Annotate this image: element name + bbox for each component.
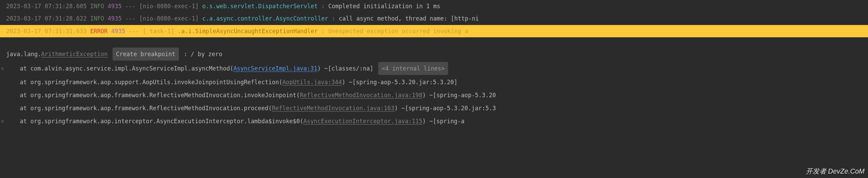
log-timestamp: 2023-03-17 07:31:31.633 (6, 28, 87, 35)
watermark: 开发者 DevZe.CoM (806, 167, 865, 176)
log-message: call async method, thread name: [http-ni (339, 15, 478, 22)
stack-at: at (20, 65, 27, 72)
source-file-link[interactable]: AsyncExecutionInterceptor.java:115 (303, 118, 422, 125)
log-dashes: --- (125, 3, 136, 10)
source-file-link[interactable]: AsyncServiceImpl.java:31 (233, 65, 317, 72)
log-timestamp: 2023-03-17 07:31:28.605 (6, 3, 87, 10)
internal-lines-badge[interactable]: <4 internal lines> (378, 62, 448, 75)
stack-suffix: ~[spring-aop-5.3.20.jar:5.3.20] (345, 79, 458, 86)
stacktrace-area: java.lang.ArithmeticException Create bre… (0, 47, 868, 128)
stack-at: at (20, 118, 27, 125)
source-file-link[interactable]: ReflectiveMethodInvocation.java:163 (272, 105, 394, 112)
stack-suffix: ~[spring-aop-5.3.20.jar:5.3 (398, 105, 496, 112)
expand-icon[interactable]: ⊞ (0, 116, 5, 126)
log-colon: : (321, 28, 325, 35)
stack-method: org.springframework.aop.framework.Reflec… (30, 92, 297, 99)
log-pid: 4935 (111, 28, 125, 35)
log-logger: c.a.async.controller.AsyncController (202, 15, 332, 22)
console-output: 2023-03-17 07:31:28.605 INFO 4935 --- [n… (0, 0, 868, 128)
log-colon: : (332, 15, 335, 22)
stack-method: org.springframework.aop.support.AopUtils… (30, 79, 279, 86)
create-breakpoint-button[interactable]: Create breakpoint (113, 48, 179, 61)
stack-method: org.springframework.aop.framework.Reflec… (30, 105, 268, 112)
log-line: 2023-03-17 07:31:28.605 INFO 4935 --- [n… (0, 0, 868, 12)
log-thread: [nio-8080-exec-1] (139, 3, 199, 10)
log-message: Completed initialization in 1 ms (328, 3, 440, 10)
stack-at: at (20, 79, 27, 86)
exception-class-link[interactable]: ArithmeticException (41, 51, 107, 58)
stack-at: at (20, 92, 27, 99)
stack-frame: ⊞ at com.alvin.async.service.impl.AsyncS… (0, 61, 868, 76)
log-dashes: --- (125, 15, 136, 22)
log-level-info: INFO (90, 15, 104, 22)
stack-frame: ⊞ at org.springframework.aop.interceptor… (0, 115, 868, 128)
log-level-info: INFO (90, 3, 104, 10)
expand-icon[interactable]: ⊞ (0, 64, 5, 73)
log-timestamp: 2023-03-17 07:31:28.622 (6, 15, 87, 22)
stack-frame: at org.springframework.aop.support.AopUt… (0, 76, 868, 89)
log-logger: .a.i.SimpleAsyncUncaughtExceptionHandler (178, 28, 318, 35)
stack-at: at (20, 105, 27, 112)
source-file-link[interactable]: AopUtils.java:344 (282, 79, 342, 86)
stack-suffix: ~[spring-aop-5.3.20 (426, 92, 496, 99)
log-thread: [nio-8080-exec-1] (139, 15, 199, 22)
exception-message: : / by zero (180, 51, 222, 58)
stack-method: org.springframework.aop.interceptor.Asyn… (30, 118, 300, 125)
log-pid: 4935 (108, 3, 122, 10)
log-line-highlighted[interactable]: 2023-03-17 07:31:31.633 ERROR 4935 --- [… (0, 25, 868, 37)
log-message: Unexpected exception occurred invoking a (328, 28, 468, 35)
source-file-link[interactable]: ReflectiveMethodInvocation.java:198 (300, 92, 422, 99)
stack-suffix: ~[spring-a (426, 118, 464, 125)
log-colon: : (321, 3, 325, 10)
log-dashes: --- (129, 28, 139, 35)
exception-prefix: java.lang. (6, 51, 41, 58)
log-line: 2023-03-17 07:31:28.622 INFO 4935 --- [n… (0, 12, 868, 25)
stack-suffix: ~[classes/:na] (321, 65, 373, 72)
stack-method: com.alvin.async.service.impl.AsyncServic… (30, 65, 230, 72)
log-pid: 4935 (108, 15, 122, 22)
log-level-error: ERROR (90, 28, 108, 35)
stack-frame: at org.springframework.aop.framework.Ref… (0, 89, 868, 102)
log-logger: o.s.web.servlet.DispatcherServlet (202, 3, 321, 10)
log-thread: [ task-1] (143, 28, 174, 35)
exception-line: java.lang.ArithmeticException Create bre… (0, 47, 868, 61)
stack-frame: at org.springframework.aop.framework.Ref… (0, 102, 868, 115)
